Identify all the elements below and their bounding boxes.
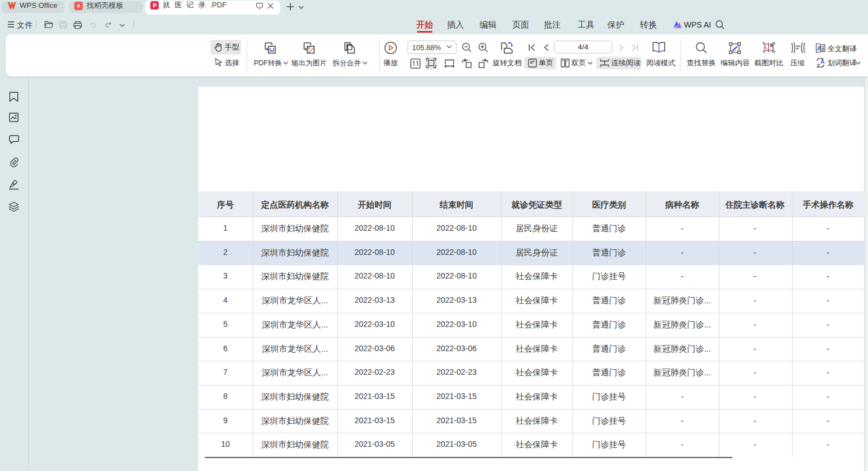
svg-text:文: 文 [816,63,821,68]
svg-text:A: A [817,45,821,52]
svg-text:A: A [821,59,825,65]
